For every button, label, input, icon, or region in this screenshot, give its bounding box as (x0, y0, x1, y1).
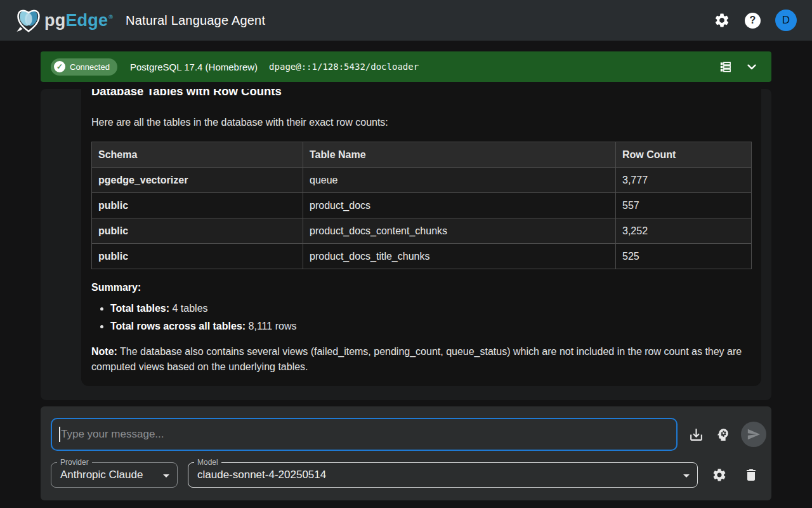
connection-status-label: Connected (70, 62, 110, 72)
table-row: pgedge_vectorizer queue 3,777 (92, 168, 752, 193)
list-item: Total rows across all tables: 8,111 rows (110, 320, 751, 333)
cell-row-count: 525 (616, 244, 752, 269)
bullet-value: 4 tables (169, 303, 207, 314)
cell-schema: public (92, 244, 303, 269)
help-button[interactable]: ? (745, 13, 761, 29)
cell-table-name: queue (303, 168, 616, 193)
cell-table-name: product_docs_content_chunks (303, 218, 616, 244)
note-paragraph: Note: The database also contains several… (91, 344, 749, 375)
bullet-label: Total rows across all tables: (110, 321, 246, 331)
send-icon (747, 427, 761, 441)
send-button[interactable] (741, 422, 766, 447)
cell-schema: public (92, 193, 303, 218)
model-select[interactable]: Model claude-sonnet-4-20250514 (188, 462, 698, 488)
pgedge-heart-icon (14, 7, 43, 34)
column-header-schema: Schema (92, 142, 303, 168)
bullet-label: Total tables: (110, 303, 169, 314)
column-header-table-name: Table Name (303, 142, 616, 168)
cell-row-count: 3,777 (616, 168, 752, 193)
collapse-connection-button[interactable] (745, 60, 759, 74)
caret-down-icon (679, 468, 694, 486)
session-list-button[interactable] (717, 60, 733, 74)
provider-select-value: Anthropic Claude (60, 469, 143, 481)
message-input[interactable] (51, 418, 678, 451)
user-avatar[interactable]: D (775, 10, 797, 31)
connection-string: dpage@::1/128:5432/docloader (269, 62, 419, 72)
settings-button[interactable] (714, 12, 730, 29)
cell-schema: public (92, 218, 303, 244)
pgedge-logo: pgEdge® (14, 7, 113, 34)
page-title: Natural Language Agent (126, 13, 265, 28)
table-row: public product_docs 557 (92, 193, 752, 218)
export-button[interactable] (685, 424, 707, 445)
cell-row-count: 557 (616, 193, 752, 218)
app-header: pgEdge® Natural Language Agent ? D (0, 0, 812, 41)
list-item: Total tables: 4 tables (110, 302, 751, 315)
psychology-icon (715, 427, 731, 443)
connection-bar: ✓ Connected PostgreSQL 17.4 (Homebrew) d… (41, 51, 771, 82)
table-row: public product_docs_content_chunks 3,252 (92, 218, 752, 244)
model-select-value: claude-sonnet-4-20250514 (197, 469, 326, 481)
table-header-row: Schema Table Name Row Count (92, 142, 752, 168)
cell-row-count: 3,252 (616, 218, 752, 244)
bullet-value: 8,111 rows (246, 321, 296, 331)
note-label: Note: (91, 346, 117, 357)
connection-status-chip: ✓ Connected (51, 58, 117, 76)
cell-table-name: product_docs_title_chunks (303, 244, 616, 269)
database-tables-table: Schema Table Name Row Count pgedge_vecto… (91, 142, 752, 269)
composer-settings-button[interactable] (712, 467, 727, 483)
brand-text: pgEdge® (44, 11, 113, 30)
chevron-down-icon (745, 60, 759, 74)
check-circle-icon: ✓ (54, 61, 65, 72)
summary-heading: Summary: (91, 282, 751, 293)
clear-chat-button[interactable] (743, 467, 759, 483)
cell-table-name: product_docs (303, 193, 616, 218)
message-intro: Here are all the tables in the database … (91, 116, 751, 129)
caret-down-icon (159, 468, 174, 486)
text-cursor (59, 427, 60, 442)
note-text: The database also contains several views… (91, 346, 742, 372)
chat-scroll-area[interactable]: Database Tables with Row Counts Here are… (41, 89, 771, 400)
provider-select[interactable]: Provider Anthropic Claude (51, 462, 178, 488)
help-icon: ? (745, 13, 761, 29)
provider-select-label: Provider (57, 458, 92, 467)
assistant-message-card: Database Tables with Row Counts Here are… (81, 89, 761, 386)
download-icon (688, 427, 704, 443)
list-icon (717, 60, 733, 74)
cell-schema: pgedge_vectorizer (92, 168, 303, 193)
trash-icon (743, 467, 759, 483)
summary-list: Total tables: 4 tables Total rows across… (91, 302, 751, 333)
composer-panel: Provider Anthropic Claude Model claude-s… (41, 406, 771, 500)
gear-icon (712, 467, 727, 483)
gear-icon (714, 12, 730, 29)
model-select-label: Model (194, 458, 221, 467)
server-version-label: PostgreSQL 17.4 (Homebrew) (130, 62, 258, 72)
reasoning-button[interactable] (712, 424, 733, 445)
message-heading: Database Tables with Row Counts (91, 89, 751, 98)
column-header-row-count: Row Count (616, 142, 752, 168)
table-row: public product_docs_title_chunks 525 (92, 244, 752, 269)
